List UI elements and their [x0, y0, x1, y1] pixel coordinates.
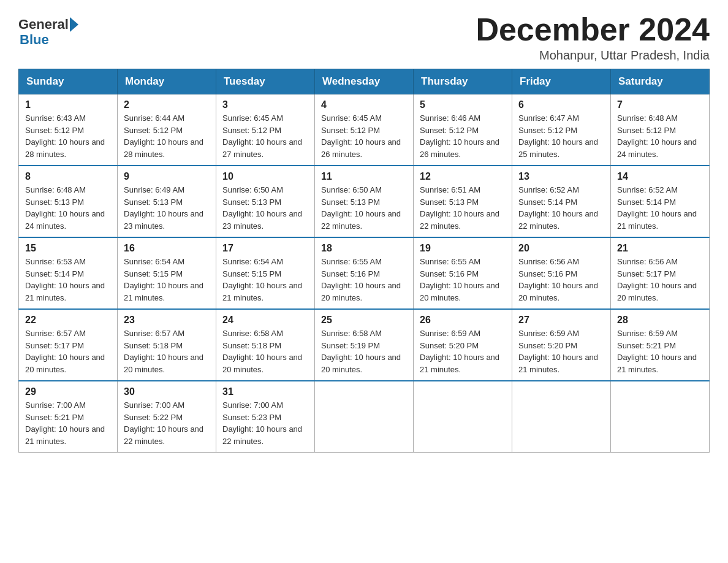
- day-number: 3: [222, 99, 308, 110]
- day-info: Sunrise: 6:55 AMSunset: 5:16 PMDaylight:…: [321, 257, 401, 302]
- day-number: 18: [321, 243, 407, 254]
- calendar-week-row: 29 Sunrise: 7:00 AMSunset: 5:21 PMDaylig…: [19, 381, 710, 453]
- header-friday: Friday: [512, 69, 611, 94]
- table-row: 4 Sunrise: 6:45 AMSunset: 5:12 PMDayligh…: [315, 94, 414, 166]
- day-number: 12: [420, 171, 506, 182]
- day-number: 17: [222, 243, 308, 254]
- day-info: Sunrise: 6:44 AMSunset: 5:12 PMDaylight:…: [124, 113, 203, 159]
- table-row: 20 Sunrise: 6:56 AMSunset: 5:16 PMDaylig…: [512, 237, 611, 309]
- table-row: 18 Sunrise: 6:55 AMSunset: 5:16 PMDaylig…: [315, 237, 414, 309]
- table-row: 5 Sunrise: 6:46 AMSunset: 5:12 PMDayligh…: [414, 94, 512, 166]
- table-row: 1 Sunrise: 6:43 AMSunset: 5:12 PMDayligh…: [19, 94, 118, 166]
- logo-general-text: General: [18, 18, 69, 31]
- calendar-week-row: 8 Sunrise: 6:48 AMSunset: 5:13 PMDayligh…: [19, 166, 710, 237]
- day-info: Sunrise: 6:51 AMSunset: 5:13 PMDaylight:…: [420, 185, 499, 231]
- day-number: 13: [518, 171, 604, 182]
- day-info: Sunrise: 6:50 AMSunset: 5:13 PMDaylight:…: [222, 185, 302, 231]
- day-number: 4: [321, 99, 407, 110]
- header-saturday: Saturday: [611, 69, 710, 94]
- day-info: Sunrise: 6:45 AMSunset: 5:12 PMDaylight:…: [321, 113, 401, 159]
- logo: General Blue: [18, 17, 78, 48]
- table-row: 6 Sunrise: 6:47 AMSunset: 5:12 PMDayligh…: [512, 94, 611, 166]
- table-row: 2 Sunrise: 6:44 AMSunset: 5:12 PMDayligh…: [118, 94, 216, 166]
- day-info: Sunrise: 6:52 AMSunset: 5:14 PMDaylight:…: [617, 185, 697, 231]
- logo-arrow-icon: [70, 17, 78, 32]
- day-number: 23: [124, 315, 210, 326]
- header-thursday: Thursday: [414, 69, 512, 94]
- day-info: Sunrise: 6:57 AMSunset: 5:18 PMDaylight:…: [124, 329, 203, 374]
- table-row: [315, 381, 414, 453]
- table-row: 14 Sunrise: 6:52 AMSunset: 5:14 PMDaylig…: [611, 166, 710, 237]
- day-info: Sunrise: 6:59 AMSunset: 5:20 PMDaylight:…: [518, 329, 598, 374]
- table-row: [611, 381, 710, 453]
- day-number: 16: [124, 243, 210, 254]
- day-number: 9: [124, 171, 210, 182]
- table-row: 17 Sunrise: 6:54 AMSunset: 5:15 PMDaylig…: [216, 237, 315, 309]
- day-number: 15: [25, 243, 111, 254]
- day-info: Sunrise: 6:54 AMSunset: 5:15 PMDaylight:…: [222, 257, 302, 302]
- title-section: December 2024 Mohanpur, Uttar Pradesh, I…: [476, 12, 710, 63]
- table-row: 13 Sunrise: 6:52 AMSunset: 5:14 PMDaylig…: [512, 166, 611, 237]
- day-number: 1: [25, 99, 111, 110]
- table-row: [414, 381, 512, 453]
- day-info: Sunrise: 7:00 AMSunset: 5:22 PMDaylight:…: [124, 400, 203, 446]
- day-info: Sunrise: 6:54 AMSunset: 5:15 PMDaylight:…: [124, 257, 203, 302]
- table-row: 9 Sunrise: 6:49 AMSunset: 5:13 PMDayligh…: [118, 166, 216, 237]
- day-number: 27: [518, 315, 604, 326]
- day-number: 14: [617, 171, 703, 182]
- table-row: 30 Sunrise: 7:00 AMSunset: 5:22 PMDaylig…: [118, 381, 216, 453]
- calendar-header-row: Sunday Monday Tuesday Wednesday Thursday…: [19, 69, 710, 94]
- table-row: 8 Sunrise: 6:48 AMSunset: 5:13 PMDayligh…: [19, 166, 118, 237]
- table-row: 19 Sunrise: 6:55 AMSunset: 5:16 PMDaylig…: [414, 237, 512, 309]
- day-info: Sunrise: 6:58 AMSunset: 5:19 PMDaylight:…: [321, 329, 401, 374]
- day-info: Sunrise: 7:00 AMSunset: 5:23 PMDaylight:…: [222, 400, 302, 446]
- table-row: 7 Sunrise: 6:48 AMSunset: 5:12 PMDayligh…: [611, 94, 710, 166]
- header-tuesday: Tuesday: [216, 69, 315, 94]
- table-row: 25 Sunrise: 6:58 AMSunset: 5:19 PMDaylig…: [315, 309, 414, 381]
- location-text: Mohanpur, Uttar Pradesh, India: [476, 48, 710, 63]
- day-info: Sunrise: 6:48 AMSunset: 5:12 PMDaylight:…: [617, 113, 697, 159]
- day-info: Sunrise: 6:52 AMSunset: 5:14 PMDaylight:…: [518, 185, 598, 231]
- page-header: General Blue December 2024 Mohanpur, Utt…: [18, 12, 710, 63]
- day-number: 8: [25, 171, 111, 182]
- day-info: Sunrise: 6:45 AMSunset: 5:12 PMDaylight:…: [222, 113, 302, 159]
- day-info: Sunrise: 6:50 AMSunset: 5:13 PMDaylight:…: [321, 185, 401, 231]
- day-info: Sunrise: 6:48 AMSunset: 5:13 PMDaylight:…: [25, 185, 105, 231]
- day-number: 24: [222, 315, 308, 326]
- day-number: 7: [617, 99, 703, 110]
- day-number: 5: [420, 99, 506, 110]
- day-info: Sunrise: 6:49 AMSunset: 5:13 PMDaylight:…: [124, 185, 203, 231]
- day-info: Sunrise: 6:56 AMSunset: 5:17 PMDaylight:…: [617, 257, 697, 302]
- day-number: 11: [321, 171, 407, 182]
- day-number: 6: [518, 99, 604, 110]
- day-info: Sunrise: 6:47 AMSunset: 5:12 PMDaylight:…: [518, 113, 598, 159]
- day-info: Sunrise: 6:43 AMSunset: 5:12 PMDaylight:…: [25, 113, 105, 159]
- day-number: 30: [124, 386, 210, 397]
- calendar-table: Sunday Monday Tuesday Wednesday Thursday…: [18, 69, 710, 453]
- header-monday: Monday: [118, 69, 216, 94]
- day-info: Sunrise: 6:53 AMSunset: 5:14 PMDaylight:…: [25, 257, 105, 302]
- logo-blue-text: Blue: [20, 32, 49, 48]
- day-number: 2: [124, 99, 210, 110]
- day-info: Sunrise: 6:57 AMSunset: 5:17 PMDaylight:…: [25, 329, 105, 374]
- day-number: 21: [617, 243, 703, 254]
- table-row: 23 Sunrise: 6:57 AMSunset: 5:18 PMDaylig…: [118, 309, 216, 381]
- day-info: Sunrise: 6:58 AMSunset: 5:18 PMDaylight:…: [222, 329, 302, 374]
- day-number: 25: [321, 315, 407, 326]
- day-info: Sunrise: 7:00 AMSunset: 5:21 PMDaylight:…: [25, 400, 105, 446]
- day-number: 10: [222, 171, 308, 182]
- table-row: 3 Sunrise: 6:45 AMSunset: 5:12 PMDayligh…: [216, 94, 315, 166]
- calendar-week-row: 22 Sunrise: 6:57 AMSunset: 5:17 PMDaylig…: [19, 309, 710, 381]
- table-row: 21 Sunrise: 6:56 AMSunset: 5:17 PMDaylig…: [611, 237, 710, 309]
- day-info: Sunrise: 6:46 AMSunset: 5:12 PMDaylight:…: [420, 113, 499, 159]
- header-wednesday: Wednesday: [315, 69, 414, 94]
- table-row: 12 Sunrise: 6:51 AMSunset: 5:13 PMDaylig…: [414, 166, 512, 237]
- header-sunday: Sunday: [19, 69, 118, 94]
- day-number: 26: [420, 315, 506, 326]
- table-row: 16 Sunrise: 6:54 AMSunset: 5:15 PMDaylig…: [118, 237, 216, 309]
- day-number: 20: [518, 243, 604, 254]
- table-row: 15 Sunrise: 6:53 AMSunset: 5:14 PMDaylig…: [19, 237, 118, 309]
- day-info: Sunrise: 6:59 AMSunset: 5:21 PMDaylight:…: [617, 329, 697, 374]
- table-row: 10 Sunrise: 6:50 AMSunset: 5:13 PMDaylig…: [216, 166, 315, 237]
- month-title: December 2024: [476, 12, 710, 47]
